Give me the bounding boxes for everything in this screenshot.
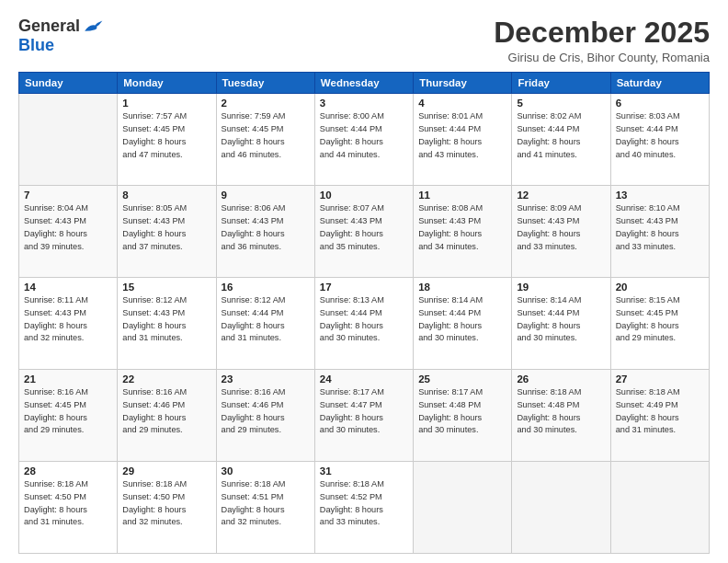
day-info: Sunrise: 8:10 AM Sunset: 4:43 PM Dayligh… xyxy=(616,202,704,253)
day-info: Sunrise: 8:11 AM Sunset: 4:43 PM Dayligh… xyxy=(24,294,112,345)
day-info: Sunrise: 8:14 AM Sunset: 4:44 PM Dayligh… xyxy=(517,294,605,345)
day-info: Sunrise: 8:12 AM Sunset: 4:44 PM Dayligh… xyxy=(222,294,310,345)
day-info: Sunrise: 8:06 AM Sunset: 4:43 PM Dayligh… xyxy=(222,202,310,253)
day-number: 31 xyxy=(320,465,408,477)
day-info: Sunrise: 8:05 AM Sunset: 4:43 PM Dayligh… xyxy=(122,202,210,253)
day-info: Sunrise: 8:12 AM Sunset: 4:43 PM Dayligh… xyxy=(122,294,210,345)
day-info: Sunrise: 8:16 AM Sunset: 4:46 PM Dayligh… xyxy=(122,386,210,437)
day-number: 17 xyxy=(320,282,408,293)
day-number: 10 xyxy=(320,190,408,201)
day-info: Sunrise: 8:07 AM Sunset: 4:43 PM Dayligh… xyxy=(320,202,408,253)
header: General Blue December 2025 Girisu de Cri… xyxy=(18,17,710,64)
table-row: 4Sunrise: 8:01 AM Sunset: 4:44 PM Daylig… xyxy=(414,94,512,186)
table-row: 17Sunrise: 8:13 AM Sunset: 4:44 PM Dayli… xyxy=(314,278,413,370)
table-row: 9Sunrise: 8:06 AM Sunset: 4:43 PM Daylig… xyxy=(216,186,314,278)
day-number: 26 xyxy=(517,373,605,385)
table-row: 24Sunrise: 8:17 AM Sunset: 4:47 PM Dayli… xyxy=(314,370,413,462)
header-monday: Monday xyxy=(118,73,216,94)
day-number: 9 xyxy=(222,190,310,201)
table-row xyxy=(512,462,610,554)
day-number: 2 xyxy=(222,98,310,109)
table-row xyxy=(610,462,709,554)
table-row: 7Sunrise: 8:04 AM Sunset: 4:43 PM Daylig… xyxy=(19,186,118,278)
day-number: 30 xyxy=(222,465,310,477)
day-number: 12 xyxy=(517,190,605,201)
table-row: 30Sunrise: 8:18 AM Sunset: 4:51 PM Dayli… xyxy=(216,462,314,554)
table-row: 3Sunrise: 8:00 AM Sunset: 4:44 PM Daylig… xyxy=(314,94,413,186)
table-row: 31Sunrise: 8:18 AM Sunset: 4:52 PM Dayli… xyxy=(314,462,413,554)
day-number: 5 xyxy=(517,98,605,109)
day-number: 14 xyxy=(24,282,112,293)
table-row: 25Sunrise: 8:17 AM Sunset: 4:48 PM Dayli… xyxy=(414,370,512,462)
day-info: Sunrise: 8:17 AM Sunset: 4:48 PM Dayligh… xyxy=(418,386,506,437)
logo-bird-icon xyxy=(82,17,104,36)
day-number: 16 xyxy=(222,282,310,293)
logo-general-text: General xyxy=(18,17,80,36)
table-row: 14Sunrise: 8:11 AM Sunset: 4:43 PM Dayli… xyxy=(19,278,118,370)
day-info: Sunrise: 8:15 AM Sunset: 4:45 PM Dayligh… xyxy=(616,294,704,345)
day-number: 4 xyxy=(418,98,506,109)
table-row: 26Sunrise: 8:18 AM Sunset: 4:48 PM Dayli… xyxy=(512,370,610,462)
day-info: Sunrise: 8:03 AM Sunset: 4:44 PM Dayligh… xyxy=(616,110,704,161)
day-number: 25 xyxy=(418,373,506,385)
calendar-week-2: 14Sunrise: 8:11 AM Sunset: 4:43 PM Dayli… xyxy=(19,278,710,370)
header-tuesday: Tuesday xyxy=(216,73,314,94)
day-info: Sunrise: 8:02 AM Sunset: 4:44 PM Dayligh… xyxy=(517,110,605,161)
header-sunday: Sunday xyxy=(19,73,118,94)
table-row: 6Sunrise: 8:03 AM Sunset: 4:44 PM Daylig… xyxy=(610,94,709,186)
day-info: Sunrise: 7:59 AM Sunset: 4:45 PM Dayligh… xyxy=(222,110,310,161)
day-number: 22 xyxy=(122,373,210,385)
day-info: Sunrise: 8:13 AM Sunset: 4:44 PM Dayligh… xyxy=(320,294,408,345)
table-row xyxy=(414,462,512,554)
day-info: Sunrise: 7:57 AM Sunset: 4:45 PM Dayligh… xyxy=(122,110,210,161)
day-info: Sunrise: 8:04 AM Sunset: 4:43 PM Dayligh… xyxy=(24,202,112,253)
day-number: 7 xyxy=(24,190,112,201)
day-info: Sunrise: 8:18 AM Sunset: 4:50 PM Dayligh… xyxy=(122,478,210,529)
table-row: 28Sunrise: 8:18 AM Sunset: 4:50 PM Dayli… xyxy=(19,462,118,554)
day-number: 24 xyxy=(320,373,408,385)
day-info: Sunrise: 8:18 AM Sunset: 4:50 PM Dayligh… xyxy=(24,478,112,529)
calendar-table: Sunday Monday Tuesday Wednesday Thursday… xyxy=(18,72,710,554)
table-row: 23Sunrise: 8:16 AM Sunset: 4:46 PM Dayli… xyxy=(216,370,314,462)
table-row: 18Sunrise: 8:14 AM Sunset: 4:44 PM Dayli… xyxy=(414,278,512,370)
day-number: 21 xyxy=(24,373,112,385)
header-friday: Friday xyxy=(512,73,610,94)
table-row: 1Sunrise: 7:57 AM Sunset: 4:45 PM Daylig… xyxy=(118,94,216,186)
day-info: Sunrise: 8:08 AM Sunset: 4:43 PM Dayligh… xyxy=(418,202,506,253)
day-info: Sunrise: 8:18 AM Sunset: 4:49 PM Dayligh… xyxy=(616,386,704,437)
day-number: 27 xyxy=(616,373,704,385)
location-subtitle: Girisu de Cris, Bihor County, Romania xyxy=(494,51,710,64)
day-number: 23 xyxy=(222,373,310,385)
table-row: 22Sunrise: 8:16 AM Sunset: 4:46 PM Dayli… xyxy=(118,370,216,462)
page: General Blue December 2025 Girisu de Cri… xyxy=(0,0,728,563)
table-row: 20Sunrise: 8:15 AM Sunset: 4:45 PM Dayli… xyxy=(610,278,709,370)
table-row: 21Sunrise: 8:16 AM Sunset: 4:45 PM Dayli… xyxy=(19,370,118,462)
day-number: 3 xyxy=(320,98,408,109)
calendar-week-0: 1Sunrise: 7:57 AM Sunset: 4:45 PM Daylig… xyxy=(19,94,710,186)
day-number: 18 xyxy=(418,282,506,293)
table-row: 10Sunrise: 8:07 AM Sunset: 4:43 PM Dayli… xyxy=(314,186,413,278)
day-number: 15 xyxy=(122,282,210,293)
logo-blue-text: Blue xyxy=(18,36,54,55)
calendar-week-1: 7Sunrise: 8:04 AM Sunset: 4:43 PM Daylig… xyxy=(19,186,710,278)
header-thursday: Thursday xyxy=(414,73,512,94)
title-section: December 2025 Girisu de Cris, Bihor Coun… xyxy=(494,17,710,64)
calendar-week-4: 28Sunrise: 8:18 AM Sunset: 4:50 PM Dayli… xyxy=(19,462,710,554)
day-number: 8 xyxy=(122,190,210,201)
logo: General Blue xyxy=(18,17,104,55)
table-row: 8Sunrise: 8:05 AM Sunset: 4:43 PM Daylig… xyxy=(118,186,216,278)
header-wednesday: Wednesday xyxy=(314,73,413,94)
day-info: Sunrise: 8:17 AM Sunset: 4:47 PM Dayligh… xyxy=(320,386,408,437)
day-number: 6 xyxy=(616,98,704,109)
day-info: Sunrise: 8:00 AM Sunset: 4:44 PM Dayligh… xyxy=(320,110,408,161)
day-info: Sunrise: 8:16 AM Sunset: 4:46 PM Dayligh… xyxy=(222,386,310,437)
day-info: Sunrise: 8:18 AM Sunset: 4:51 PM Dayligh… xyxy=(222,478,310,529)
month-title: December 2025 xyxy=(494,17,710,49)
table-row: 12Sunrise: 8:09 AM Sunset: 4:43 PM Dayli… xyxy=(512,186,610,278)
table-row: 19Sunrise: 8:14 AM Sunset: 4:44 PM Dayli… xyxy=(512,278,610,370)
header-saturday: Saturday xyxy=(610,73,709,94)
day-info: Sunrise: 8:16 AM Sunset: 4:45 PM Dayligh… xyxy=(24,386,112,437)
table-row: 15Sunrise: 8:12 AM Sunset: 4:43 PM Dayli… xyxy=(118,278,216,370)
calendar-header-row: Sunday Monday Tuesday Wednesday Thursday… xyxy=(19,73,710,94)
day-info: Sunrise: 8:09 AM Sunset: 4:43 PM Dayligh… xyxy=(517,202,605,253)
